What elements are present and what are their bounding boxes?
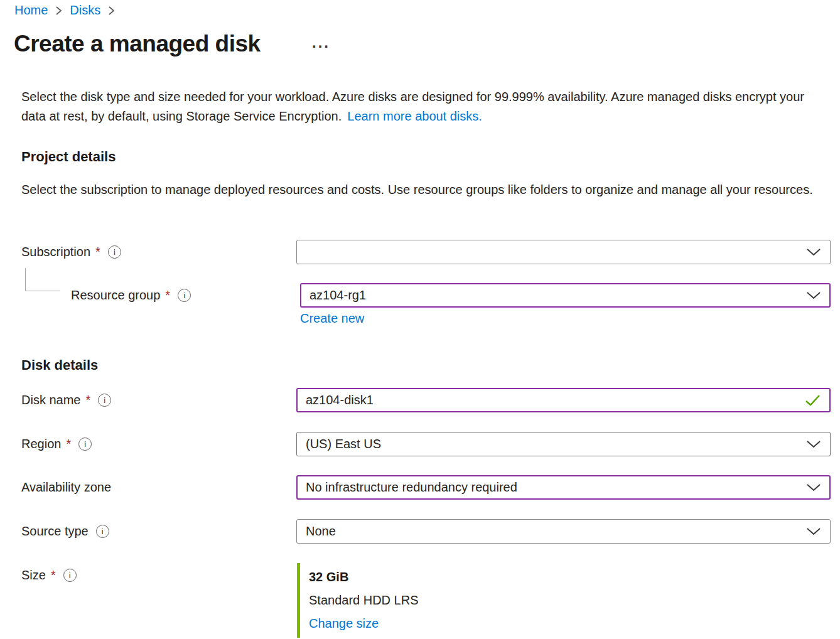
resource-group-row: Resource group * i az104-rg1	[21, 283, 831, 308]
resource-group-dropdown[interactable]: az104-rg1	[300, 283, 831, 308]
chevron-down-icon	[806, 483, 821, 492]
breadcrumb-home-link[interactable]: Home	[14, 2, 48, 18]
availability-zone-value: No infrastructure redundancy required	[306, 480, 517, 495]
info-icon[interactable]: i	[178, 289, 191, 302]
required-marker: *	[95, 245, 100, 259]
valid-checkmark-icon	[805, 394, 821, 407]
availability-zone-label: Availability zone	[21, 480, 111, 495]
project-details-description: Select the subscription to manage deploy…	[21, 180, 817, 200]
disk-details-heading: Disk details	[21, 357, 98, 373]
info-icon[interactable]: i	[63, 569, 77, 582]
chevron-right-icon	[55, 5, 62, 16]
create-managed-disk-page: Home Disks Create a managed disk ... Sel…	[0, 0, 840, 639]
disk-name-label: Disk name	[21, 393, 80, 407]
size-control-cell: 32 GiB Standard HDD LRS Change size	[296, 563, 831, 638]
intro-text: Select the disk type and size needed for…	[21, 87, 827, 126]
source-type-dropdown[interactable]: None	[296, 519, 831, 544]
source-type-value: None	[306, 524, 336, 539]
region-label-cell: Region * i	[21, 432, 296, 451]
size-value: 32 GiB	[309, 568, 831, 586]
source-type-label-cell: Source type i	[21, 519, 296, 539]
info-icon[interactable]: i	[108, 245, 121, 259]
info-icon[interactable]: i	[96, 525, 109, 538]
resource-group-value: az104-rg1	[310, 288, 366, 303]
disk-name-label-cell: Disk name * i	[21, 388, 296, 407]
size-row: Size * i 32 GiB Standard HDD LRS Change …	[21, 563, 831, 638]
region-control-cell: (US) East US	[296, 432, 831, 456]
subscription-control-cell	[296, 240, 831, 264]
availability-zone-control-cell: No infrastructure redundancy required	[296, 475, 831, 500]
source-type-label: Source type	[21, 524, 89, 539]
disk-name-value: az104-disk1	[306, 393, 374, 407]
change-size-link[interactable]: Change size	[309, 616, 379, 630]
chevron-down-icon	[806, 291, 821, 300]
region-value: (US) East US	[306, 437, 381, 451]
resource-group-label-cell: Resource group * i	[21, 283, 296, 303]
more-options-button[interactable]: ...	[312, 35, 330, 50]
availability-zone-dropdown[interactable]: No infrastructure redundancy required	[296, 475, 831, 500]
disk-name-input[interactable]: az104-disk1	[296, 388, 831, 412]
subscription-label: Subscription	[21, 245, 90, 259]
required-marker: *	[66, 437, 71, 451]
size-label: Size	[21, 568, 46, 583]
availability-zone-row: Availability zone No infrastructure redu…	[21, 475, 831, 500]
resource-group-label: Resource group	[71, 288, 160, 303]
size-sku: Standard HDD LRS	[309, 591, 831, 609]
size-label-cell: Size * i	[21, 563, 296, 583]
chevron-down-icon	[806, 248, 821, 257]
subscription-row: Subscription * i	[21, 240, 831, 264]
size-summary-block: 32 GiB Standard HDD LRS Change size	[297, 563, 831, 638]
breadcrumb-disks-link[interactable]: Disks	[70, 2, 100, 18]
required-marker: *	[165, 288, 170, 303]
chevron-down-icon	[806, 527, 821, 536]
source-type-control-cell: None	[296, 519, 831, 544]
chevron-right-icon	[108, 5, 115, 16]
info-icon[interactable]: i	[78, 438, 92, 451]
required-marker: *	[85, 393, 90, 407]
availability-zone-label-cell: Availability zone	[21, 475, 296, 495]
info-icon[interactable]: i	[98, 394, 111, 407]
region-label: Region	[21, 437, 61, 451]
project-details-heading: Project details	[21, 149, 116, 165]
required-marker: *	[51, 568, 56, 583]
subscription-label-cell: Subscription * i	[21, 240, 296, 259]
region-row: Region * i (US) East US	[21, 432, 831, 456]
create-new-link[interactable]: Create new	[300, 311, 364, 326]
disk-name-control-cell: az104-disk1	[296, 388, 831, 412]
breadcrumb: Home Disks	[14, 2, 115, 18]
region-dropdown[interactable]: (US) East US	[296, 432, 831, 456]
page-title: Create a managed disk	[14, 31, 261, 57]
source-type-row: Source type i None	[21, 519, 831, 544]
chevron-down-icon	[806, 440, 821, 449]
disk-name-row: Disk name * i az104-disk1	[21, 388, 831, 412]
subscription-dropdown[interactable]	[296, 240, 831, 264]
resource-group-control-cell: az104-rg1	[300, 283, 831, 308]
learn-more-link[interactable]: Learn more about disks.	[347, 109, 482, 123]
